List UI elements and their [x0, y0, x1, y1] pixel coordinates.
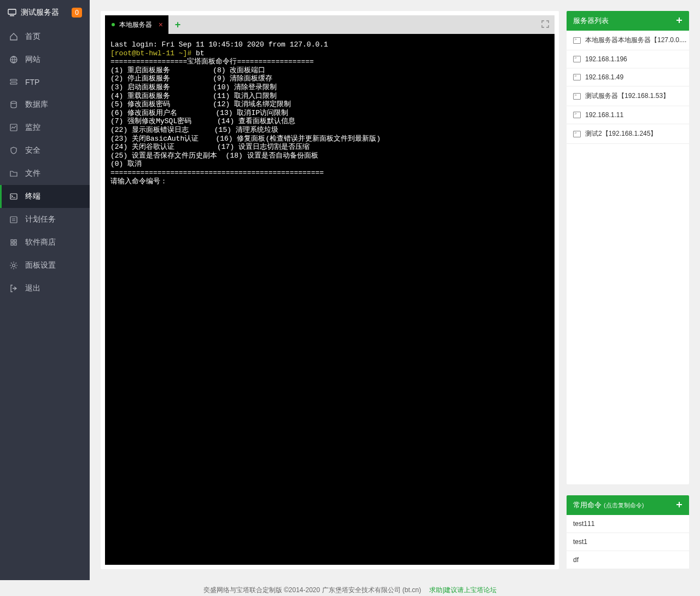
- monitor-icon: [9, 123, 19, 132]
- db-icon: [9, 100, 19, 109]
- command-list: test111test1df: [567, 515, 689, 569]
- store-icon: [9, 238, 19, 247]
- svg-rect-10: [14, 240, 16, 242]
- server-list-item[interactable]: 192.168.1.196: [567, 50, 689, 68]
- nav-item-settings[interactable]: 面板设置: [0, 254, 90, 277]
- plus-icon: [676, 17, 682, 24]
- footer-text: 奕盛网络与宝塔联合定制版 ©2014-2020 广东堡塔安全技术有限公司 (bt…: [203, 586, 421, 594]
- nav-item-label: 安全: [25, 146, 40, 155]
- server-list-item[interactable]: 本地服务器本地服务器【127.0.0....: [567, 31, 689, 50]
- nav-item-label: 数据库: [25, 100, 48, 109]
- nav-item-logout[interactable]: 退出: [0, 277, 90, 300]
- nav-item-label: 网站: [25, 55, 40, 65]
- nav-item-store[interactable]: 软件商店: [0, 231, 90, 254]
- tab-bar: 本地服务器 × +: [105, 15, 555, 34]
- nav-item-label: 首页: [25, 32, 40, 42]
- nav-item-label: 终端: [25, 192, 40, 201]
- sidebar-nav: 首页网站FTP数据库监控安全文件终端计划任务软件商店面板设置退出: [0, 25, 90, 300]
- terminal-icon: [573, 74, 581, 80]
- command-panel: 常用命令 (点击复制命令) test111test1df: [567, 495, 689, 569]
- nav-item-label: 监控: [25, 123, 40, 132]
- server-list: 本地服务器本地服务器【127.0.0....192.168.1.196192.1…: [567, 31, 689, 144]
- sidebar: 测试服务器 0 首页网站FTP数据库监控安全文件终端计划任务软件商店面板设置退出: [0, 0, 90, 580]
- add-server-button[interactable]: [676, 16, 682, 26]
- nav-item-folder[interactable]: 文件: [0, 162, 90, 185]
- server-list-panel: 服务器列表 本地服务器本地服务器【127.0.0....192.168.1.19…: [567, 11, 689, 484]
- terminal-panel: 本地服务器 × + Last login: Fri Sep 11 10:45:1…: [101, 11, 559, 569]
- globe-icon: [9, 55, 19, 64]
- ftp-icon: [9, 78, 19, 86]
- svg-rect-8: [10, 217, 17, 223]
- right-column: 服务器列表 本地服务器本地服务器【127.0.0....192.168.1.19…: [567, 11, 689, 569]
- tab-local-server[interactable]: 本地服务器 ×: [105, 15, 168, 34]
- svg-rect-11: [11, 243, 13, 245]
- nav-item-home[interactable]: 首页: [0, 25, 90, 48]
- svg-rect-12: [14, 243, 16, 245]
- nav-item-globe[interactable]: 网站: [0, 48, 90, 71]
- terminal-icon: [573, 37, 581, 44]
- server-list-item[interactable]: 测试2【192.168.1.245】: [567, 124, 689, 144]
- command-list-item[interactable]: test111: [567, 515, 689, 533]
- server-item-label: 192.168.1.11: [585, 111, 623, 119]
- svg-rect-7: [10, 194, 17, 199]
- svg-rect-1: [10, 15, 14, 16]
- close-icon[interactable]: ×: [159, 21, 163, 28]
- command-panel-header: 常用命令 (点击复制命令): [567, 495, 689, 515]
- svg-point-13: [13, 264, 15, 267]
- notification-badge[interactable]: 0: [72, 8, 82, 18]
- folder-icon: [9, 169, 19, 178]
- command-list-item[interactable]: test1: [567, 533, 689, 551]
- terminal-output[interactable]: Last login: Fri Sep 11 10:45:10 2020 fro…: [105, 34, 555, 565]
- terminal-icon: [9, 192, 19, 201]
- command-panel-title: 常用命令: [573, 500, 602, 510]
- nav-item-db[interactable]: 数据库: [0, 93, 90, 116]
- nav-item-label: 文件: [25, 169, 40, 178]
- nav-item-terminal[interactable]: 终端: [0, 185, 90, 208]
- task-icon: [9, 215, 19, 224]
- expand-icon: [541, 20, 549, 28]
- command-panel-subtitle: (点击复制命令): [604, 501, 644, 510]
- add-command-button[interactable]: [676, 500, 682, 510]
- nav-item-shield[interactable]: 安全: [0, 139, 90, 162]
- nav-item-label: FTP: [25, 78, 39, 86]
- tab-label: 本地服务器: [119, 20, 152, 30]
- server-item-label: 测试服务器【192.168.1.53】: [585, 91, 669, 101]
- server-item-label: 192.168.1.49: [585, 73, 623, 81]
- server-list-item[interactable]: 192.168.1.49: [567, 68, 689, 86]
- server-icon: [8, 9, 16, 16]
- svg-point-5: [11, 101, 16, 103]
- footer-link[interactable]: 求助|建议请上宝塔论坛: [429, 586, 497, 594]
- server-item-label: 测试2【192.168.1.245】: [585, 129, 657, 138]
- server-list-header: 服务器列表: [567, 11, 689, 31]
- server-item-label: 192.168.1.196: [585, 55, 627, 63]
- sidebar-header: 测试服务器 0: [0, 0, 90, 25]
- main-content: 本地服务器 × + Last login: Fri Sep 11 10:45:1…: [90, 0, 700, 580]
- server-item-label: 本地服务器本地服务器【127.0.0....: [585, 36, 686, 45]
- plus-icon: [676, 501, 682, 508]
- nav-item-label: 面板设置: [25, 261, 56, 270]
- command-list-item[interactable]: df: [567, 551, 689, 569]
- nav-item-ftp[interactable]: FTP: [0, 71, 90, 93]
- add-tab-button[interactable]: +: [168, 19, 187, 31]
- terminal-icon: [573, 112, 581, 118]
- settings-icon: [9, 261, 19, 270]
- server-list-title: 服务器列表: [573, 16, 609, 26]
- nav-item-task[interactable]: 计划任务: [0, 208, 90, 231]
- server-list-item[interactable]: 192.168.1.11: [567, 106, 689, 124]
- server-list-item[interactable]: 测试服务器【192.168.1.53】: [567, 86, 689, 106]
- nav-item-label: 计划任务: [25, 215, 56, 224]
- nav-item-label: 退出: [25, 283, 40, 293]
- fullscreen-button[interactable]: [536, 20, 555, 30]
- status-dot-icon: [112, 23, 115, 26]
- nav-item-monitor[interactable]: 监控: [0, 116, 90, 139]
- terminal-icon: [573, 131, 581, 137]
- server-name: 测试服务器: [21, 8, 59, 18]
- svg-rect-0: [8, 9, 16, 14]
- logout-icon: [9, 284, 19, 293]
- svg-rect-9: [11, 240, 13, 242]
- svg-rect-4: [10, 83, 17, 84]
- svg-rect-3: [10, 79, 17, 81]
- terminal-icon: [573, 93, 581, 100]
- shield-icon: [9, 146, 19, 155]
- terminal-icon: [573, 56, 581, 62]
